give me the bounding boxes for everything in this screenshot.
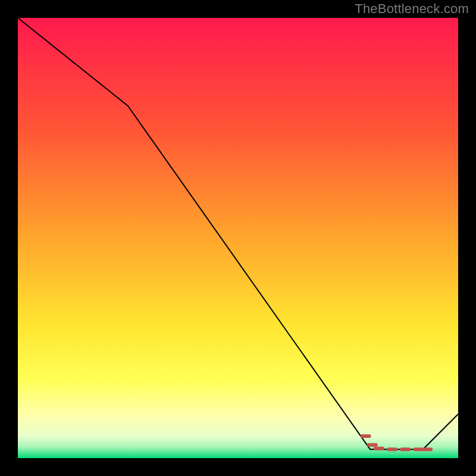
chart-frame: TheBottleneck.com [0, 0, 476, 476]
attribution-text: TheBottleneck.com [355, 1, 469, 17]
chart-svg [18, 18, 458, 458]
gradient-background [18, 18, 458, 458]
plot-area [18, 18, 458, 458]
